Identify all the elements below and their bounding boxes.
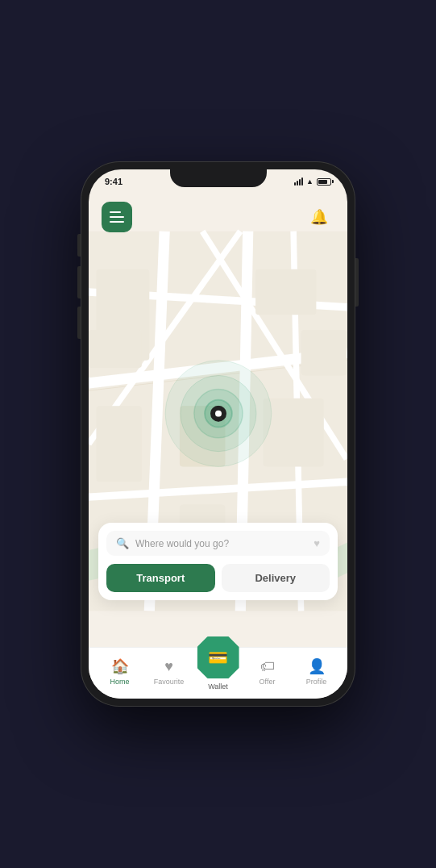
favourite-icon: ♥ [164,658,173,675]
phone-frame: 9:41 ▲ [81,161,355,707]
search-panel: 🔍 Where would you go? ♥ Transport Delive… [98,523,338,600]
bell-button[interactable]: 🔔 [304,202,334,232]
home-label: Home [110,678,129,686]
notch [170,169,267,187]
bell-icon: 🔔 [310,208,328,226]
nav-offer[interactable]: 🏷 Offer [243,658,292,686]
menu-line [110,221,124,223]
battery-icon [317,178,331,186]
status-time: 9:41 [105,177,122,186]
bottom-nav: 🏠 Home ♥ Favourite 💳 Wallet 🏷 Offer 👤 Pr… [89,647,347,699]
svg-rect-13 [96,406,141,482]
nav-home[interactable]: 🏠 Home [95,657,144,686]
signal-icon [294,177,303,186]
wallet-icon: 💳 [208,648,228,667]
offer-icon: 🏷 [260,658,275,675]
svg-rect-14 [264,399,324,467]
home-icon: 🏠 [111,657,129,675]
transport-tabs: Transport Delivery [106,564,330,592]
heart-icon[interactable]: ♥ [314,537,320,549]
map-area: 🔔 Rental ⊕ 🔍 Where wo [89,195,347,647]
nav-favourite[interactable]: ♥ Favourite [144,658,193,686]
svg-rect-16 [89,330,142,368]
nav-profile[interactable]: 👤 Profile [292,657,341,686]
status-icons: ▲ [294,177,331,186]
transport-tab[interactable]: Transport [106,564,215,592]
profile-label: Profile [306,678,327,686]
location-marker [210,406,226,432]
offer-label: Offer [260,678,276,686]
svg-rect-12 [255,269,316,315]
profile-icon: 👤 [308,657,326,675]
search-placeholder[interactable]: Where would you go? [135,538,314,549]
wallet-fab[interactable]: 💳 [197,636,239,678]
svg-point-23 [215,411,222,417]
wifi-icon: ▲ [306,177,314,186]
svg-rect-17 [301,330,347,375]
wallet-label: Wallet [208,682,228,691]
search-icon: 🔍 [116,537,129,549]
map-header: 🔔 [89,202,347,232]
phone-screen: 9:41 ▲ [89,169,347,699]
menu-line [110,211,121,213]
menu-button[interactable] [102,202,132,232]
menu-line [110,216,124,218]
nav-wallet[interactable]: 💳 Wallet [193,653,243,691]
delivery-tab[interactable]: Delivery [222,564,330,592]
favourite-label: Favourite [154,678,185,686]
search-bar[interactable]: 🔍 Where would you go? ♥ [106,531,330,556]
